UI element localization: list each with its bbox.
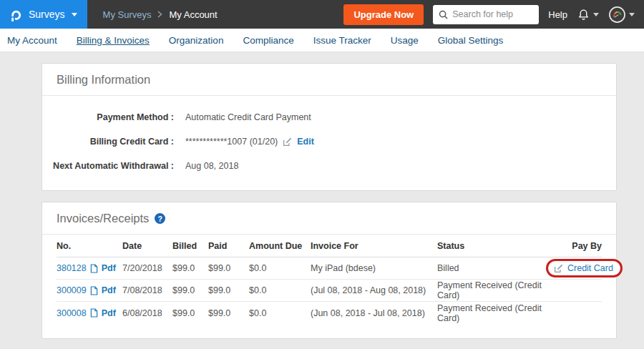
pdf-file-icon: [90, 308, 98, 318]
invoice-billed: $99.0: [172, 263, 208, 273]
billing-credit-card-row: Billing Credit Card : ************1007 (…: [42, 129, 616, 154]
help-search-box[interactable]: [433, 5, 539, 24]
payment-method-value: Automatic Credit Card Payment: [185, 112, 311, 122]
account-nav-tabs: My Account Billing & Invoices Organizati…: [0, 29, 644, 52]
invoice-date: 7/20/2018: [122, 263, 172, 273]
invoice-status: Payment Received (Credit Card): [437, 303, 546, 323]
column-header-invoice-for: Invoice For: [311, 241, 437, 251]
pdf-file-icon: [90, 286, 98, 295]
account-menu[interactable]: [608, 6, 635, 24]
invoice-billed: $99.0: [172, 285, 208, 295]
top-header-bar: Surveys My Surveys My Account Upgrade No…: [0, 0, 644, 29]
search-input[interactable]: [452, 9, 533, 19]
invoice-date: 6/08/2018: [122, 308, 172, 318]
column-header-amount-due: Amount Due: [249, 241, 311, 251]
billing-credit-card-value: ************1007 (01/20): [185, 137, 278, 147]
edit-credit-card-link[interactable]: Edit: [297, 137, 314, 147]
pdf-link[interactable]: Pdf: [102, 263, 116, 273]
tab-billing-invoices[interactable]: Billing & Invoices: [77, 35, 150, 46]
column-header-billed: Billed: [172, 241, 208, 251]
invoice-number-link[interactable]: 380128: [57, 263, 87, 273]
invoice-billed: $99.0: [172, 308, 208, 318]
invoice-number-link[interactable]: 300009: [57, 285, 87, 295]
invoice-number-link[interactable]: 300008: [57, 308, 87, 318]
tab-issue-tracker[interactable]: Issue Tracker: [313, 35, 371, 46]
invoice-status: Billed: [437, 263, 546, 273]
next-withdrawal-row: Next Automatic Withdrawal : Aug 08, 2018: [42, 154, 616, 178]
tab-compliance[interactable]: Compliance: [243, 35, 293, 46]
notifications-button[interactable]: [577, 8, 599, 21]
questionpro-logo-icon: [9, 8, 22, 21]
edit-pencil-icon: [554, 264, 563, 273]
edit-pencil-icon: [283, 137, 292, 147]
invoices-receipts-title: Invoices/Receipts: [57, 212, 149, 225]
invoice-for: (Jul 08, 2018 - Aug 08, 2018): [311, 285, 437, 295]
payment-method-row: Payment Method : Automatic Credit Card P…: [42, 105, 616, 129]
highlight-annotation: Credit Card: [546, 259, 623, 277]
pdf-link[interactable]: Pdf: [102, 285, 116, 295]
chevron-down-icon: [72, 13, 77, 16]
invoice-paid: $99.0: [208, 263, 249, 273]
invoices-table: No. Date Billed Paid Amount Due Invoice …: [57, 235, 602, 324]
tab-global-settings[interactable]: Global Settings: [438, 35, 504, 46]
help-question-icon[interactable]: [155, 213, 165, 224]
breadcrumb-chevron-icon: [157, 11, 162, 18]
pdf-file-icon: [90, 264, 98, 273]
tab-organization[interactable]: Organization: [169, 35, 224, 46]
column-header-no: No.: [57, 241, 122, 251]
invoice-paid: $99.0: [208, 308, 249, 318]
billing-information-card: Billing Information Payment Method : Aut…: [42, 63, 617, 191]
billing-information-title: Billing Information: [42, 64, 616, 96]
invoice-amount-due: $0.0: [249, 285, 311, 295]
invoices-table-header: No. Date Billed Paid Amount Due Invoice …: [57, 235, 602, 257]
breadcrumb: My Surveys My Account: [103, 9, 218, 20]
billing-credit-card-label: Billing Credit Card :: [42, 137, 174, 147]
invoice-row: 380128 Pdf 7/20/2018 $99.0 $99.0 $0.0 My…: [57, 257, 602, 280]
next-withdrawal-label: Next Automatic Withdrawal :: [42, 161, 174, 171]
bell-icon: [577, 8, 590, 21]
invoice-amount-due: $0.0: [249, 263, 311, 273]
chevron-down-icon: [593, 13, 599, 16]
product-menu[interactable]: Surveys: [0, 0, 87, 29]
next-withdrawal-value: Aug 08, 2018: [185, 161, 238, 171]
invoice-for: My iPad (bdese): [311, 263, 437, 273]
invoice-row: 300008 Pdf 6/08/2018 $99.0 $99.0 $0.0 (J…: [57, 302, 602, 324]
tab-usage[interactable]: Usage: [391, 35, 419, 46]
page-content: Billing Information Payment Method : Aut…: [0, 52, 644, 339]
invoice-amount-due: $0.0: [249, 308, 311, 318]
column-header-pay-by: Pay By: [546, 241, 602, 251]
invoice-row: 300009 Pdf 7/08/2018 $99.0 $99.0 $0.0 (J…: [57, 280, 602, 302]
chevron-down-icon: [629, 13, 635, 16]
billing-information-rows: Payment Method : Automatic Credit Card P…: [42, 96, 616, 190]
tab-my-account[interactable]: My Account: [7, 35, 57, 46]
invoice-status: Payment Received (Credit Card): [437, 280, 546, 300]
product-menu-label: Surveys: [29, 9, 65, 20]
payment-method-label: Payment Method :: [42, 112, 174, 122]
column-header-date: Date: [122, 241, 172, 251]
help-link[interactable]: Help: [548, 9, 567, 20]
breadcrumb-current: My Account: [169, 9, 217, 20]
invoice-date: 7/08/2018: [122, 285, 172, 295]
invoices-receipts-card: Invoices/Receipts No. Date Billed Paid A…: [42, 202, 617, 339]
pdf-link[interactable]: Pdf: [102, 308, 116, 318]
column-header-status: Status: [437, 241, 546, 251]
topbar-actions: Upgrade Now Help: [343, 4, 644, 25]
avatar: [608, 6, 626, 24]
column-header-paid: Paid: [208, 241, 249, 251]
breadcrumb-my-surveys[interactable]: My Surveys: [103, 9, 152, 20]
search-icon: [439, 10, 448, 19]
invoice-paid: $99.0: [208, 285, 249, 295]
pay-by-credit-card-link[interactable]: Credit Card: [567, 263, 613, 273]
invoice-for: (Jun 08, 2018 - Jul 08, 2018): [311, 308, 437, 318]
upgrade-now-button[interactable]: Upgrade Now: [343, 4, 424, 25]
